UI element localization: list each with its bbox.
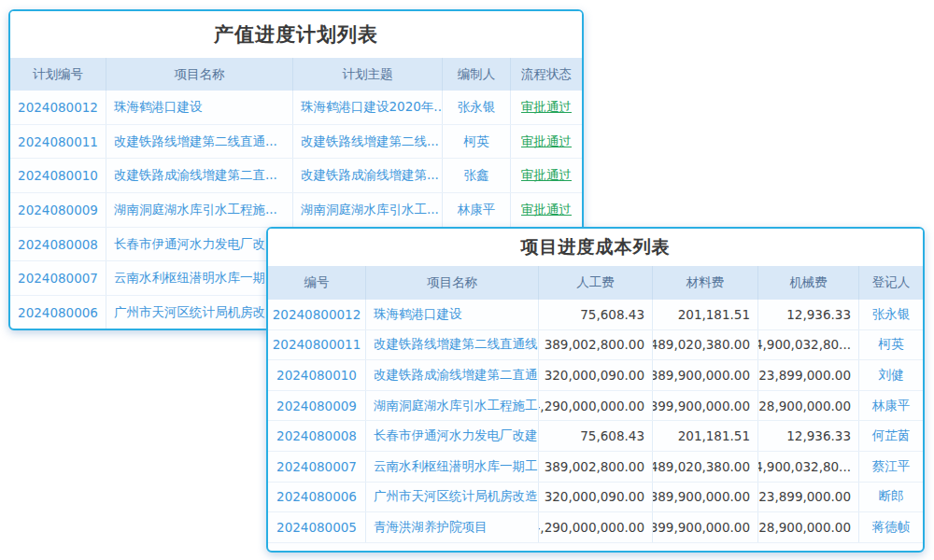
project-name-link[interactable]: 改建铁路线增建第二线直通... xyxy=(114,133,277,150)
material-cost-value: 201,181.51 xyxy=(678,428,750,443)
cost-project-link[interactable]: 青海洪湖养护院项目 xyxy=(374,519,488,536)
cost-id-link[interactable]: 2024080010 xyxy=(276,368,357,383)
cost-list-panel: 项目进度成本列表 编号 项目名称 人工费 材料费 机械费 登记人 2024080… xyxy=(266,227,925,553)
project-name-link-cell: 改建铁路线增建第二线直通... xyxy=(106,125,293,159)
cost-table-body: 20240800012珠海鹤港口建设75,608.43201,181.5112,… xyxy=(268,300,923,543)
flow-status-link[interactable]: 审批通过 xyxy=(521,133,572,150)
registrant-link[interactable]: 蒋德帧 xyxy=(872,519,911,536)
col-header-material-cost: 材料费 xyxy=(653,266,758,300)
labor-cost-value: 75,608.43 xyxy=(580,428,644,443)
registrant-link[interactable]: 断郎 xyxy=(879,488,904,505)
cost-project-link-cell: 珠海鹤港口建设 xyxy=(366,300,539,329)
plan-id-link[interactable]: 2024080011 xyxy=(18,134,98,149)
registrant-link-cell: 断郎 xyxy=(859,483,923,512)
cost-id-link[interactable]: 2024080005 xyxy=(276,520,357,535)
creator-link-cell: 张永银 xyxy=(443,91,511,124)
project-name-link[interactable]: 珠海鹤港口建设 xyxy=(114,99,203,116)
table-row: 2024080009湖南洞庭湖水库引水工程施...湖南洞庭湖水库引水工...林康… xyxy=(10,193,582,228)
creator-link[interactable]: 柯英 xyxy=(464,133,489,150)
registrant-link[interactable]: 蔡江平 xyxy=(872,458,911,475)
project-name-link-cell: 长春市伊通河水力发电厂改... xyxy=(106,228,293,261)
cost-id-link[interactable]: 2024080006 xyxy=(276,489,357,504)
labor-cost-value: 4,290,000,000.00 xyxy=(539,399,644,413)
labor-cost-value-cell: 320,000,090.00 xyxy=(539,483,653,512)
cost-panel-title: 项目进度成本列表 xyxy=(521,235,671,259)
cost-id-link[interactable]: 2024080009 xyxy=(276,399,357,413)
plan-id-link[interactable]: 2024080009 xyxy=(18,203,98,217)
plan-id-link-cell: 2024080009 xyxy=(10,193,106,227)
cost-project-link[interactable]: 广州市天河区统计局机房改造... xyxy=(374,488,539,505)
cost-id-link-cell: 2024080005 xyxy=(268,512,366,542)
plan-subject-link[interactable]: 改建铁路线增建第二线... xyxy=(301,133,439,150)
cost-project-link[interactable]: 长春市伊通河水力发电厂改建... xyxy=(374,427,539,444)
creator-link[interactable]: 张鑫 xyxy=(464,167,489,184)
table-row: 2024080010改建铁路成渝线增建第二直通...320,000,090.00… xyxy=(268,360,923,391)
cost-project-link[interactable]: 改建铁路成渝线增建第二直通... xyxy=(374,367,539,384)
material-cost-value-cell: 3,489,020,380.00 xyxy=(653,330,758,360)
project-name-link[interactable]: 广州市天河区统计局机房改... xyxy=(114,304,277,321)
cost-id-link-cell: 2024080008 xyxy=(268,421,366,451)
flow-status-link[interactable]: 审批通过 xyxy=(521,99,572,116)
flow-status-link[interactable]: 审批通过 xyxy=(521,167,572,184)
flow-status-link-cell: 审批通过 xyxy=(511,91,582,124)
col-header-machine-cost: 机械费 xyxy=(758,266,859,300)
cost-project-link[interactable]: 珠海鹤港口建设 xyxy=(374,306,462,323)
registrant-link[interactable]: 柯英 xyxy=(879,336,904,353)
cost-project-link-cell: 云南水利枢纽潜明水库一期工... xyxy=(366,452,539,482)
flow-status-link[interactable]: 审批通过 xyxy=(521,202,572,218)
plan-id-link[interactable]: 2024080010 xyxy=(18,168,98,183)
table-row: 2024080006广州市天河区统计局机房改造...320,000,090.00… xyxy=(268,483,923,513)
material-cost-value: 4,399,900,000.00 xyxy=(653,399,750,413)
machine-cost-value: 24,900,032,80... xyxy=(758,337,851,352)
project-name-link[interactable]: 云南水利枢纽潜明水库一期... xyxy=(114,270,277,287)
labor-cost-value-cell: 320,000,090.00 xyxy=(539,360,653,390)
plan-id-link[interactable]: 2024080012 xyxy=(18,100,98,115)
cost-id-link[interactable]: 20240800011 xyxy=(273,337,361,352)
plan-id-link[interactable]: 2024080007 xyxy=(18,271,98,286)
cost-id-link-cell: 20240800011 xyxy=(268,330,366,360)
cost-project-link[interactable]: 改建铁路线增建第二线直通线... xyxy=(374,336,539,353)
material-cost-value-cell: 201,181.51 xyxy=(653,300,758,329)
material-cost-value: 4,399,900,000.00 xyxy=(653,520,750,535)
cost-id-link[interactable]: 2024080007 xyxy=(276,459,357,474)
plan-id-link-cell: 2024080011 xyxy=(10,125,106,159)
material-cost-value-cell: 201,181.51 xyxy=(653,421,758,451)
registrant-link-cell: 林康平 xyxy=(859,391,923,421)
plan-subject-link[interactable]: 改建铁路成渝线增建第... xyxy=(301,167,439,184)
registrant-link-cell: 蔡江平 xyxy=(859,452,923,482)
project-name-link[interactable]: 湖南洞庭湖水库引水工程施... xyxy=(114,202,277,218)
creator-link-cell: 柯英 xyxy=(443,125,511,159)
cost-id-link[interactable]: 20240800012 xyxy=(273,307,361,322)
material-cost-value: 3,489,020,380.00 xyxy=(653,459,750,474)
table-row: 2024080012珠海鹤港口建设珠海鹤港口建设2020年...张永银审批通过 xyxy=(10,91,582,125)
registrant-link[interactable]: 张永银 xyxy=(872,306,911,323)
cost-panel-titlebar: 项目进度成本列表 xyxy=(268,229,923,266)
creator-link[interactable]: 张永银 xyxy=(458,99,496,116)
machine-cost-value-cell: 12,936.33 xyxy=(758,300,859,329)
col-header-cost-project: 项目名称 xyxy=(366,266,539,300)
registrant-link[interactable]: 刘健 xyxy=(879,367,904,384)
labor-cost-value: 389,002,800.00 xyxy=(545,459,644,474)
creator-link[interactable]: 林康平 xyxy=(458,202,496,218)
plan-id-link[interactable]: 2024080006 xyxy=(18,305,98,320)
cost-id-link-cell: 2024080010 xyxy=(268,360,366,390)
project-name-link-cell: 改建铁路成渝线增建第二直... xyxy=(106,159,293,192)
plan-id-link-cell: 2024080010 xyxy=(10,159,106,192)
plan-subject-link[interactable]: 珠海鹤港口建设2020年... xyxy=(301,99,443,116)
plan-id-link[interactable]: 2024080008 xyxy=(18,237,98,252)
project-name-link[interactable]: 改建铁路成渝线增建第二直... xyxy=(114,167,277,184)
col-header-registrant: 登记人 xyxy=(859,266,923,300)
table-row: 2024080010改建铁路成渝线增建第二直...改建铁路成渝线增建第...张鑫… xyxy=(10,159,582,193)
project-name-link[interactable]: 长春市伊通河水力发电厂改... xyxy=(114,236,277,253)
cost-project-link[interactable]: 湖南洞庭湖水库引水工程施工... xyxy=(374,398,539,414)
labor-cost-value: 320,000,090.00 xyxy=(545,368,644,383)
labor-cost-value-cell: 4,290,000,000.00 xyxy=(539,512,653,542)
cost-project-link[interactable]: 云南水利枢纽潜明水库一期工... xyxy=(374,458,539,475)
registrant-link[interactable]: 何芷茵 xyxy=(872,427,911,444)
machine-cost-value-cell: 328,900,000.00 xyxy=(758,512,859,542)
cost-id-link[interactable]: 2024080008 xyxy=(276,428,357,443)
plan-subject-link[interactable]: 湖南洞庭湖水库引水工... xyxy=(301,202,439,218)
plan-id-link-cell: 2024080006 xyxy=(10,296,106,329)
registrant-link[interactable]: 林康平 xyxy=(872,398,911,414)
machine-cost-value: 12,936.33 xyxy=(786,428,851,443)
